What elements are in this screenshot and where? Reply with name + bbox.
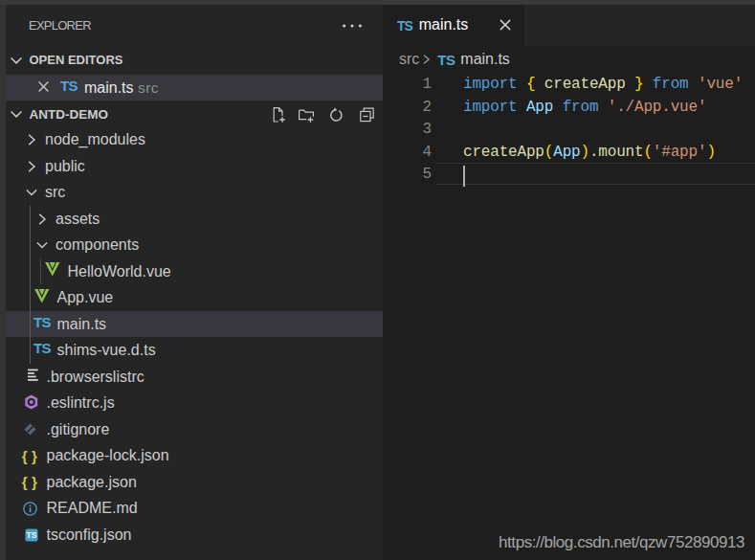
svg-text:TS: TS [27,530,37,540]
